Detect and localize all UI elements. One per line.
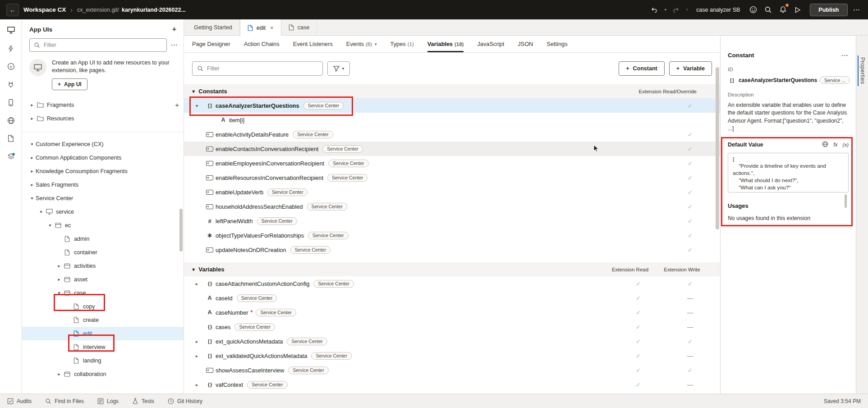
redo-menu-caret[interactable]: ▾ — [686, 8, 688, 12]
variable-row-ext-validatedquickactionsmetadata[interactable]: ext_validatedQuickActionsMetadata Servic… — [184, 348, 720, 363]
subtab-variables[interactable]: Variables(18) — [427, 36, 464, 52]
properties-menu-icon[interactable] — [842, 52, 849, 59]
chevron-right-icon[interactable] — [28, 102, 36, 107]
chevron-down-icon[interactable] — [55, 290, 63, 295]
search-icon[interactable] — [763, 4, 773, 16]
chevron-right-icon[interactable] — [196, 353, 204, 358]
preview-play-icon[interactable] — [793, 4, 803, 16]
constants-section-header[interactable]: Constants Extension Read/Override — [184, 84, 720, 98]
chevron-down-icon[interactable] — [46, 223, 54, 228]
tree-item-knowledge-consumption-fragments[interactable]: Knowledge Consumption Fragments — [22, 165, 184, 178]
chevron-right-icon[interactable] — [196, 281, 204, 286]
variable-row-showassesscaseinterview[interactable]: showAssessCaseInterview Service Center ✓… — [184, 363, 720, 377]
constant-row-enablecontactsinconversationrecipient[interactable]: enableContactsInConversationRecipient Se… — [184, 142, 720, 156]
find-in-files-button[interactable]: Find in Files — [45, 398, 84, 404]
tree-item-service[interactable]: service — [22, 205, 184, 219]
tree-item-common-application-components[interactable]: Common Application Components — [22, 151, 184, 165]
panel-menu-icon[interactable] — [171, 42, 179, 48]
default-value-editor[interactable]: [ "Provide a timeline of key events and … — [728, 153, 849, 193]
constant-row-updatenotesondrcreation[interactable]: updateNotesOnDRCreation Service Center ✓ — [184, 243, 720, 257]
logs-button[interactable]: Logs — [97, 398, 119, 404]
constant-row-objecttypevaluesforrelationships[interactable]: objectTypeValuesForRelationships Service… — [184, 228, 720, 243]
undo-button[interactable] — [649, 4, 659, 16]
tree-item-fragments[interactable]: Fragments — [22, 98, 184, 112]
variable-row-ext-quickactionsmetadata[interactable]: ext_quickActionsMetadata Service Center … — [184, 334, 720, 348]
tree-item-resources[interactable]: Resources — [22, 112, 184, 125]
chevron-right-icon[interactable] — [28, 116, 36, 121]
dependencies-icon[interactable] — [6, 152, 15, 161]
chevron-down-icon[interactable] — [28, 196, 36, 201]
constant-row-enableemployeesinconversationrecipient[interactable]: enableEmployeesInConversationRecipient S… — [184, 156, 720, 170]
globe-icon[interactable] — [822, 141, 828, 149]
variable-row-cases[interactable]: cases Service Center ✓ — — [184, 320, 720, 334]
back-button[interactable]: ← — [6, 4, 19, 16]
app-uis-filter-input[interactable] — [44, 42, 162, 48]
variable-row-casenumber[interactable]: caseNumber * Service Center ✓ — — [184, 305, 720, 320]
subtab-action-chains[interactable]: Action Chains — [244, 36, 280, 52]
tree-item-create[interactable]: create — [22, 313, 184, 327]
chevron-right-icon[interactable] — [28, 155, 36, 160]
notifications-bell-icon[interactable] — [778, 4, 788, 16]
tab-getting-started[interactable]: Getting Started — [187, 19, 240, 36]
filter-funnel-button[interactable]: ▾ — [327, 61, 350, 76]
chevron-right-icon[interactable] — [28, 169, 36, 174]
constant-row-householdaddresssearchenabled[interactable]: householdAddressSearchEnabled Service Ce… — [184, 199, 720, 214]
tests-button[interactable]: Tests — [132, 398, 154, 404]
constant-row-leftpanelwidth[interactable]: leftPanelWidth Service Center ✓ — [184, 214, 720, 228]
translations-icon[interactable] — [6, 116, 15, 125]
subtab-event-listeners[interactable]: Event Listeners — [293, 36, 333, 52]
chevron-down-icon[interactable] — [192, 266, 195, 273]
tree-item-interview[interactable]: interview — [22, 340, 184, 354]
close-tab-icon[interactable] — [270, 24, 274, 31]
app-uis-icon[interactable] — [6, 26, 15, 35]
tree-item-container[interactable]: container — [22, 246, 184, 259]
chevron-down-icon[interactable] — [37, 209, 45, 214]
subtab-json[interactable]: JSON — [518, 36, 533, 52]
source-files-icon[interactable] — [6, 134, 15, 143]
feedback-icon[interactable] — [748, 4, 758, 16]
list-scrollbar[interactable] — [716, 67, 719, 229]
subtab-javascript[interactable]: JavaScript — [477, 36, 504, 52]
tab-case[interactable]: case — [281, 19, 317, 36]
constant-row-enableresourcesinconversationrecipient[interactable]: enableResourcesInConversationRecipient S… — [184, 170, 720, 185]
chevron-right-icon[interactable] — [196, 339, 204, 344]
redo-button[interactable] — [671, 4, 681, 16]
variable-row-vafcontext[interactable]: vafContext Service Center ✓ — — [184, 377, 720, 392]
add-constant-button[interactable]: Constant — [619, 61, 664, 76]
tree-item-collaboration[interactable]: collaboration — [22, 367, 184, 381]
tab-edit[interactable]: edit — [240, 19, 281, 36]
subtab-page-designer[interactable]: Page Designer — [192, 36, 230, 52]
chevron-right-icon[interactable] — [28, 182, 36, 187]
subtab-events[interactable]: Events(8)▾ — [346, 36, 377, 52]
constant-row-caseanalyzerstarterquestions[interactable]: caseAnalyzerStarterQuestions Service Cen… — [184, 98, 720, 113]
constant-row-enableupdateverb[interactable]: enableUpdateVerb Service Center ✓ — [184, 185, 720, 199]
variable-row-caseattachmentcustomactionconfig[interactable]: caseAttachmentCustomActionConfig Service… — [184, 276, 720, 291]
tree-item-ec[interactable]: ec — [22, 219, 184, 232]
subtab-settings[interactable]: Settings — [547, 36, 567, 52]
action-chains-icon[interactable] — [6, 44, 15, 53]
constant-row-enableactivitydetailsfeature[interactable]: enableActivityDetailsFeature Service Cen… — [184, 127, 720, 142]
add-variable-button[interactable]: Variable — [669, 61, 712, 76]
create-app-ui-button[interactable]: App UI — [52, 78, 87, 90]
variables-filter-input[interactable] — [207, 65, 318, 72]
expression-icon[interactable] — [843, 142, 849, 148]
git-history-button[interactable]: Git History — [168, 398, 202, 404]
variable-row-caseid[interactable]: caseId Service Center ✓ — — [184, 291, 720, 305]
publish-button[interactable]: Publish — [810, 4, 847, 16]
components-icon[interactable]: e — [6, 62, 15, 71]
tree-item-asset[interactable]: asset — [22, 273, 184, 286]
tree-item-case[interactable]: case — [22, 286, 184, 300]
tree-item-copy[interactable]: copy — [22, 300, 184, 313]
audits-button[interactable]: Audits — [7, 398, 32, 404]
overflow-menu-icon[interactable] — [852, 4, 862, 16]
properties-tab[interactable]: Properties — [858, 55, 867, 86]
undo-menu-caret[interactable]: ▾ — [665, 8, 666, 12]
tree-item-sales-fragments[interactable]: Sales Fragments — [22, 178, 184, 192]
chevron-down-icon[interactable] — [28, 142, 36, 147]
chevron-right-icon[interactable] — [55, 263, 63, 268]
fx-icon[interactable] — [833, 142, 837, 148]
variables-section-header[interactable]: Variables Extension Read Extension Write — [184, 262, 720, 276]
subtab-types[interactable]: Types(1) — [390, 36, 414, 52]
tree-item-service-center[interactable]: Service Center — [22, 192, 184, 205]
chevron-right-icon[interactable] — [196, 382, 204, 387]
